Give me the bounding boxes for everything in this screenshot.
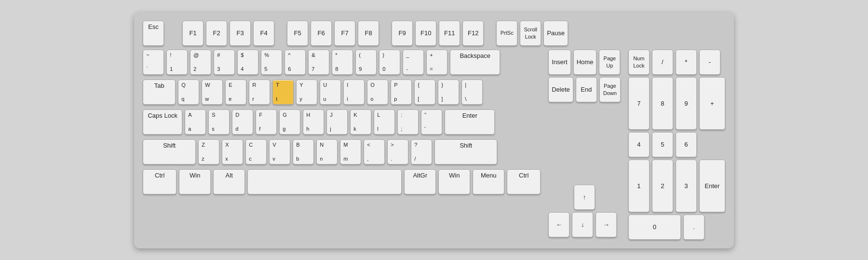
key-delete[interactable]: Delete xyxy=(548,77,573,102)
key-win-right[interactable]: Win xyxy=(438,169,470,194)
key-win-left[interactable]: Win xyxy=(179,169,211,194)
key-p[interactable]: Pp xyxy=(391,80,412,105)
key-insert[interactable]: Insert xyxy=(548,50,571,75)
key-y[interactable]: Yy xyxy=(296,80,317,105)
key-semicolon[interactable]: :; xyxy=(397,109,419,135)
key-backtick[interactable]: ~` xyxy=(143,50,164,75)
key-pause[interactable]: Pause xyxy=(543,21,568,46)
key-q[interactable]: Qq xyxy=(178,80,199,105)
key-5[interactable]: %5 xyxy=(261,50,282,75)
key-num-9[interactable]: 9 xyxy=(676,77,697,130)
key-num-8[interactable]: 8 xyxy=(652,77,673,130)
key-num-1[interactable]: 1 xyxy=(628,160,650,212)
key-menu[interactable]: Menu xyxy=(473,169,504,194)
key-k[interactable]: Kk xyxy=(350,109,371,135)
key-ctrl-right[interactable]: Ctrl xyxy=(507,169,541,194)
key-t[interactable]: Tt xyxy=(272,80,294,105)
key-o[interactable]: Oo xyxy=(367,80,388,105)
key-f6[interactable]: F6 xyxy=(311,21,332,46)
key-arrow-right[interactable]: → xyxy=(596,212,617,237)
key-arrow-down[interactable]: ↓ xyxy=(572,212,593,237)
key-e[interactable]: Ee xyxy=(225,80,246,105)
key-backspace[interactable]: Backspace xyxy=(450,50,500,75)
key-b[interactable]: Bb xyxy=(293,139,314,164)
key-f10[interactable]: F10 xyxy=(415,21,436,46)
key-6[interactable]: ^6 xyxy=(285,50,306,75)
key-comma[interactable]: <, xyxy=(364,139,385,164)
key-1[interactable]: !1 xyxy=(166,50,188,75)
key-num-2[interactable]: 2 xyxy=(652,160,673,212)
key-close-bracket[interactable]: }] xyxy=(438,80,459,105)
key-end[interactable]: End xyxy=(576,77,597,102)
key-0[interactable]: )0 xyxy=(379,50,400,75)
key-home[interactable]: Home xyxy=(573,50,597,75)
key-num-lock[interactable]: NumLock xyxy=(628,50,650,75)
key-h[interactable]: Hh xyxy=(303,109,324,135)
key-num-7[interactable]: 7 xyxy=(628,77,650,130)
key-f4[interactable]: F4 xyxy=(253,21,274,46)
key-f2[interactable]: F2 xyxy=(206,21,227,46)
key-f1[interactable]: F1 xyxy=(182,21,203,46)
key-num-plus[interactable]: + xyxy=(699,77,725,130)
key-arrow-left[interactable]: ← xyxy=(548,212,570,237)
key-d[interactable]: Dd xyxy=(232,109,253,135)
key-quote[interactable]: "' xyxy=(421,109,442,135)
key-page-up[interactable]: PageUp xyxy=(599,50,620,75)
key-f7[interactable]: F7 xyxy=(334,21,355,46)
key-num-0[interactable]: 0 xyxy=(628,215,681,240)
key-u[interactable]: Uu xyxy=(320,80,341,105)
key-m[interactable]: Mm xyxy=(340,139,361,164)
key-v[interactable]: Vv xyxy=(269,139,290,164)
key-3[interactable]: #3 xyxy=(214,50,235,75)
key-shift-left[interactable]: Shift xyxy=(143,139,196,164)
key-slash[interactable]: ?/ xyxy=(411,139,432,164)
key-prtsc[interactable]: PrtSc xyxy=(496,21,517,46)
key-tab[interactable]: Tab xyxy=(143,80,176,105)
key-shift-right[interactable]: Shift xyxy=(434,139,497,164)
key-ctrl-left[interactable]: Ctrl xyxy=(143,169,176,194)
key-altgr[interactable]: AltGr xyxy=(404,169,436,194)
key-c[interactable]: Cc xyxy=(245,139,267,164)
key-period[interactable]: >. xyxy=(387,139,408,164)
key-num-6[interactable]: 6 xyxy=(676,132,697,157)
key-num-slash[interactable]: / xyxy=(652,50,673,75)
key-arrow-up[interactable]: ↑ xyxy=(574,185,595,210)
key-z[interactable]: Zz xyxy=(198,139,219,164)
key-num-enter[interactable]: Enter xyxy=(699,160,725,212)
key-enter[interactable]: Enter xyxy=(445,109,495,135)
key-num-asterisk[interactable]: * xyxy=(676,50,697,75)
key-9[interactable]: (9 xyxy=(355,50,377,75)
key-f3[interactable]: F3 xyxy=(230,21,251,46)
key-num-4[interactable]: 4 xyxy=(628,132,650,157)
key-page-down[interactable]: PageDown xyxy=(599,77,621,102)
key-scroll-lock[interactable]: ScrollLock xyxy=(520,21,541,46)
key-num-dot[interactable]: . xyxy=(683,215,705,240)
key-l[interactable]: Ll xyxy=(374,109,395,135)
key-7[interactable]: &7 xyxy=(308,50,329,75)
key-8[interactable]: *8 xyxy=(332,50,353,75)
key-a[interactable]: Aa xyxy=(185,109,206,135)
key-num-3[interactable]: 3 xyxy=(676,160,697,212)
key-num-minus[interactable]: - xyxy=(699,50,720,75)
key-f[interactable]: Ff xyxy=(256,109,277,135)
key-x[interactable]: Xx xyxy=(222,139,243,164)
key-f12[interactable]: F12 xyxy=(462,21,484,46)
key-caps-lock[interactable]: Caps Lock xyxy=(143,109,182,135)
key-f5[interactable]: F5 xyxy=(287,21,308,46)
key-r[interactable]: Rr xyxy=(249,80,270,105)
key-f11[interactable]: F11 xyxy=(439,21,460,46)
key-n[interactable]: Nn xyxy=(316,139,338,164)
key-esc[interactable]: Esc xyxy=(143,21,164,46)
key-space[interactable] xyxy=(247,169,402,194)
key-w[interactable]: Ww xyxy=(202,80,223,105)
key-num-5[interactable]: 5 xyxy=(652,132,673,157)
key-open-bracket[interactable]: {[ xyxy=(414,80,435,105)
key-backslash[interactable]: |\ xyxy=(461,80,483,105)
key-s[interactable]: Ss xyxy=(208,109,230,135)
key-2[interactable]: @2 xyxy=(190,50,211,75)
key-f9[interactable]: F9 xyxy=(392,21,413,46)
key-equals[interactable]: += xyxy=(426,50,448,75)
key-4[interactable]: $4 xyxy=(237,50,258,75)
key-minus[interactable]: _- xyxy=(403,50,424,75)
key-alt-left[interactable]: Alt xyxy=(213,169,245,194)
